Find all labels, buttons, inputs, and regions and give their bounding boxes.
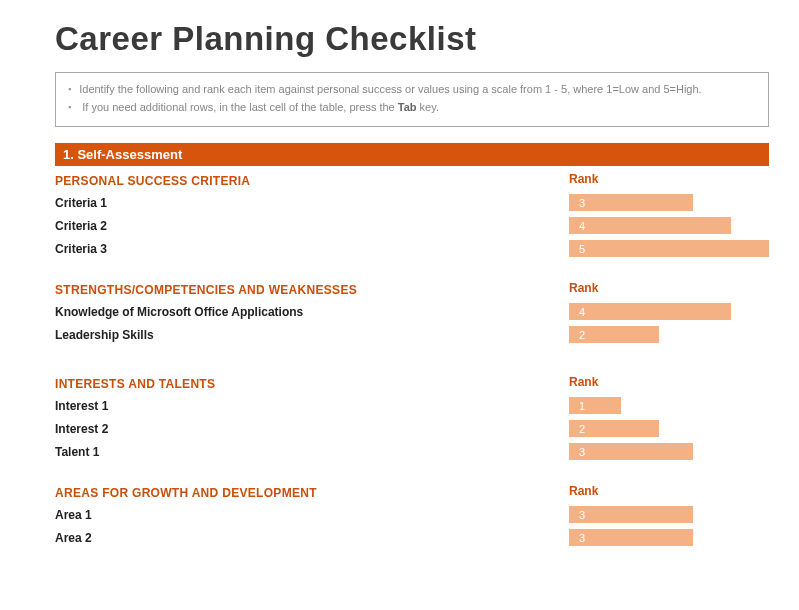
subsection-title: PERSONAL SUCCESS CRITERIA: [55, 174, 250, 188]
rank-column-header: Rank: [569, 484, 769, 498]
rank-column-header: Rank: [569, 375, 769, 389]
criteria-row: Criteria 2 4: [55, 217, 769, 234]
item-label: Talent 1: [55, 445, 569, 459]
criteria-row: Interest 1 1: [55, 397, 769, 414]
subsection-interests: Rank INTERESTS AND TALENTS Interest 1 1 …: [55, 377, 769, 460]
rank-cell[interactable]: 3: [569, 506, 769, 523]
item-label: Interest 2: [55, 422, 569, 436]
item-label: Interest 1: [55, 399, 569, 413]
item-label: Criteria 2: [55, 219, 569, 233]
rank-value: 1: [579, 400, 585, 412]
rank-value: 3: [579, 197, 585, 209]
rank-value: 5: [579, 243, 585, 255]
tab-key-label: Tab: [398, 101, 417, 113]
rank-value: 4: [579, 220, 585, 232]
rank-column-header: Rank: [569, 172, 769, 186]
criteria-row: Area 1 3: [55, 506, 769, 523]
rank-value: 2: [579, 423, 585, 435]
rank-cell[interactable]: 3: [569, 529, 769, 546]
item-label: Criteria 1: [55, 196, 569, 210]
criteria-row: Interest 2 2: [55, 420, 769, 437]
item-label: Area 1: [55, 508, 569, 522]
subsection-strengths: Rank STRENGTHS/COMPETENCIES AND WEAKNESS…: [55, 283, 769, 343]
rank-cell[interactable]: 3: [569, 194, 769, 211]
instruction-text: key.: [417, 101, 439, 113]
rank-value: 3: [579, 509, 585, 521]
rank-value: 4: [579, 306, 585, 318]
rank-cell[interactable]: 3: [569, 443, 769, 460]
rank-cell[interactable]: 2: [569, 420, 769, 437]
criteria-row: Knowledge of Microsoft Office Applicatio…: [55, 303, 769, 320]
page-title: Career Planning Checklist: [55, 20, 769, 58]
rank-value: 3: [579, 446, 585, 458]
rank-value: 3: [579, 532, 585, 544]
section-header-self-assessment: 1. Self-Assessment: [55, 143, 769, 166]
criteria-row: Talent 1 3: [55, 443, 769, 460]
rank-cell[interactable]: 2: [569, 326, 769, 343]
subsection-title: STRENGTHS/COMPETENCIES AND WEAKNESSES: [55, 283, 357, 297]
rank-column-header: Rank: [569, 281, 769, 295]
rank-value: 2: [579, 329, 585, 341]
criteria-row: Area 2 3: [55, 529, 769, 546]
criteria-row: Leadership Skills 2: [55, 326, 769, 343]
rank-cell[interactable]: 4: [569, 217, 769, 234]
instructions-box: Identify the following and rank each ite…: [55, 72, 769, 127]
criteria-row: Criteria 1 3: [55, 194, 769, 211]
item-label: Leadership Skills: [55, 328, 569, 342]
instruction-line-2: If you need additional rows, in the last…: [68, 99, 756, 117]
rank-cell[interactable]: 4: [569, 303, 769, 320]
subsection-personal-success: Rank PERSONAL SUCCESS CRITERIA Criteria …: [55, 174, 769, 257]
rank-cell[interactable]: 5: [569, 240, 769, 257]
rank-cell[interactable]: 1: [569, 397, 769, 414]
subsection-title: AREAS FOR GROWTH AND DEVELOPMENT: [55, 486, 317, 500]
item-label: Criteria 3: [55, 242, 569, 256]
item-label: Knowledge of Microsoft Office Applicatio…: [55, 305, 569, 319]
criteria-row: Criteria 3 5: [55, 240, 769, 257]
subsection-title: INTERESTS AND TALENTS: [55, 377, 215, 391]
instruction-line-1: Identify the following and rank each ite…: [68, 81, 756, 99]
subsection-growth: Rank AREAS FOR GROWTH AND DEVELOPMENT Ar…: [55, 486, 769, 546]
item-label: Area 2: [55, 531, 569, 545]
instruction-text: If you need additional rows, in the last…: [82, 101, 398, 113]
